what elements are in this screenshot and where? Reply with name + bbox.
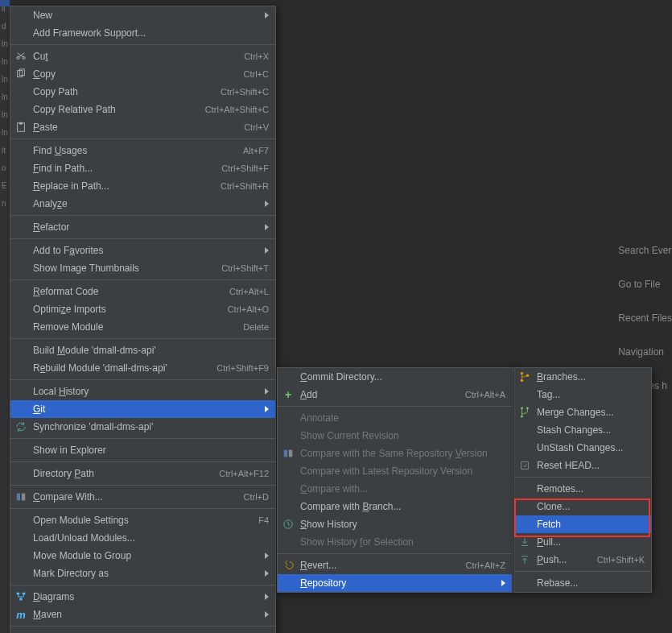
menu-item-shortcut: Delete: [243, 322, 269, 332]
menu3-item[interactable]: Stash Changes...: [514, 421, 651, 439]
menu1-item[interactable]: Reformat CodeCtrl+Alt+L: [10, 283, 275, 300]
svg-rect-4: [17, 494, 20, 501]
menu1-item[interactable]: Compare With...Ctrl+D: [10, 488, 275, 506]
menu2-item: Show History for Selection: [278, 533, 512, 551]
menu3-item[interactable]: Merge Changes...: [514, 403, 651, 421]
svg-rect-6: [17, 593, 20, 595]
menu2-item[interactable]: Repository: [278, 574, 512, 592]
menu1-item[interactable]: CutCtrl+X: [10, 48, 275, 65]
menu-item-label: Add to Favorites: [33, 245, 269, 256]
menu-item-label: UnStash Changes...: [537, 442, 645, 453]
hint-line: Recent Files: [618, 301, 672, 335]
gutter-text: E: [0, 177, 10, 195]
submenu-arrow-icon: [265, 552, 269, 559]
menu1-item[interactable]: New: [10, 6, 275, 24]
menu-item-label: Show History for Selection: [300, 536, 505, 548]
menu-separator: [514, 477, 651, 478]
context-menu-main[interactable]: NewAdd Framework Support...CutCtrl+XCopy…: [10, 6, 276, 633]
menu1-item[interactable]: Open Module SettingsF4: [10, 511, 275, 529]
menu3-item[interactable]: Tag...: [514, 386, 651, 403]
menu3-item[interactable]: Remotes...: [514, 480, 651, 498]
menu-item-label: Local History: [33, 386, 269, 397]
menu1-item[interactable]: Find in Path...Ctrl+Shift+F: [10, 159, 275, 177]
menu1-item[interactable]: Copy PathCtrl+Shift+C: [10, 83, 275, 101]
svg-point-17: [521, 407, 523, 409]
submenu-arrow-icon: [265, 201, 269, 207]
menu-item-label: Remove Module: [33, 321, 243, 333]
menu3-item[interactable]: Reset HEAD...: [514, 457, 651, 474]
menu1-item[interactable]: Diagrams: [10, 588, 275, 606]
menu-separator: [10, 215, 275, 216]
menu-item-label: Move Module to Group: [33, 550, 269, 561]
menu-separator: [10, 238, 275, 239]
submenu-repository[interactable]: Branches...Tag...Merge Changes...Stash C…: [513, 367, 652, 593]
menu2-item: Show Current Revision: [278, 427, 512, 445]
menu1-item[interactable]: Copy Relative PathCtrl+Alt+Shift+C: [10, 101, 275, 118]
menu-item-shortcut: F4: [258, 515, 269, 525]
menu-item-label: Find in Path...: [33, 163, 221, 174]
menu-item-shortcut: Ctrl+Shift+C: [221, 87, 269, 97]
menu-separator: [10, 626, 275, 627]
menu1-item[interactable]: Optimize ImportsCtrl+Alt+O: [10, 300, 275, 318]
menu1-item[interactable]: mMaven: [10, 606, 275, 623]
menu-item-label: Build Module 'dmall-dms-api': [33, 345, 269, 356]
menu1-item[interactable]: Add Framework Support...: [10, 24, 275, 42]
menu1-item[interactable]: Create Gist...: [10, 629, 275, 633]
menu1-item[interactable]: Show in Explorer: [10, 441, 275, 459]
menu1-item[interactable]: Local History: [10, 383, 275, 400]
menu2-item[interactable]: +AddCtrl+Alt+A: [278, 386, 512, 403]
menu1-item[interactable]: Show Image ThumbnailsCtrl+Shift+T: [10, 259, 275, 277]
menu-item-label: Annotate: [300, 412, 505, 424]
menu2-item[interactable]: Revert...Ctrl+Alt+Z: [278, 556, 512, 574]
menu1-item[interactable]: Refactor: [10, 218, 275, 236]
menu-separator: [10, 338, 275, 339]
menu1-item[interactable]: Synchronize 'dmall-dms-api': [10, 418, 275, 436]
menu3-item[interactable]: Branches...: [514, 368, 651, 386]
menu1-item[interactable]: Load/Unload Modules...: [10, 529, 275, 547]
menu3-item[interactable]: Rebase...: [514, 574, 651, 592]
menu2-item[interactable]: Show History: [278, 515, 512, 533]
merge-icon: [519, 407, 530, 418]
svg-rect-3: [19, 122, 23, 125]
menu1-item[interactable]: Git: [10, 400, 275, 418]
menu-item-label: Paste: [33, 122, 244, 133]
menu-item-label: Cut: [33, 51, 244, 62]
menu1-item[interactable]: Add to Favorites: [10, 242, 275, 259]
menu1-item[interactable]: CopyCtrl+C: [10, 65, 275, 83]
menu1-item[interactable]: Move Module to Group: [10, 547, 275, 565]
menu3-item[interactable]: UnStash Changes...: [514, 439, 651, 457]
menu-item-label: Show History: [300, 519, 505, 530]
menu1-item[interactable]: Find UsagesAlt+F7: [10, 142, 275, 159]
menu-item-label: Stash Changes...: [537, 424, 645, 436]
svg-rect-12: [289, 450, 292, 457]
compare-icon: [15, 491, 27, 503]
submenu-arrow-icon: [265, 388, 269, 395]
svg-rect-7: [23, 593, 26, 595]
menu-item-label: Revert...: [300, 560, 465, 571]
menu-item-shortcut: Ctrl+Alt+O: [228, 304, 269, 314]
menu1-item[interactable]: Analyze: [10, 195, 275, 213]
menu1-item[interactable]: Replace in Path...Ctrl+Shift+R: [10, 177, 275, 195]
menu-item-shortcut: Ctrl+D: [244, 492, 269, 502]
menu-item-label: Pull...: [537, 536, 645, 548]
menu-separator: [10, 379, 275, 380]
menu3-item[interactable]: Pull...: [514, 533, 651, 551]
hint-line: Navigation: [618, 335, 672, 369]
menu1-item[interactable]: Directory PathCtrl+Alt+F12: [10, 465, 275, 482]
menu2-item[interactable]: Compare with Branch...: [278, 498, 512, 515]
menu-item-shortcut: Ctrl+Shift+F: [221, 163, 269, 173]
gutter-text: d: [0, 18, 10, 35]
menu1-item[interactable]: Mark Directory as: [10, 565, 275, 582]
menu-item-shortcut: Ctrl+Alt+Shift+C: [205, 105, 269, 114]
menu1-item[interactable]: Rebuild Module 'dmall-dms-api'Ctrl+Shift…: [10, 359, 275, 377]
menu3-item[interactable]: Clone...: [514, 498, 651, 515]
menu2-item[interactable]: Commit Directory...: [278, 368, 512, 386]
submenu-arrow-icon: [265, 406, 269, 412]
menu1-item[interactable]: Build Module 'dmall-dms-api': [10, 341, 275, 359]
menu1-item[interactable]: PasteCtrl+V: [10, 118, 275, 136]
menu1-item[interactable]: Remove ModuleDelete: [10, 318, 275, 336]
submenu-arrow-icon: [265, 570, 269, 577]
menu3-item[interactable]: Push...Ctrl+Shift+K: [514, 551, 651, 569]
submenu-git[interactable]: Commit Directory...+AddCtrl+Alt+AAnnotat…: [277, 367, 513, 593]
menu3-item[interactable]: Fetch: [514, 515, 651, 533]
